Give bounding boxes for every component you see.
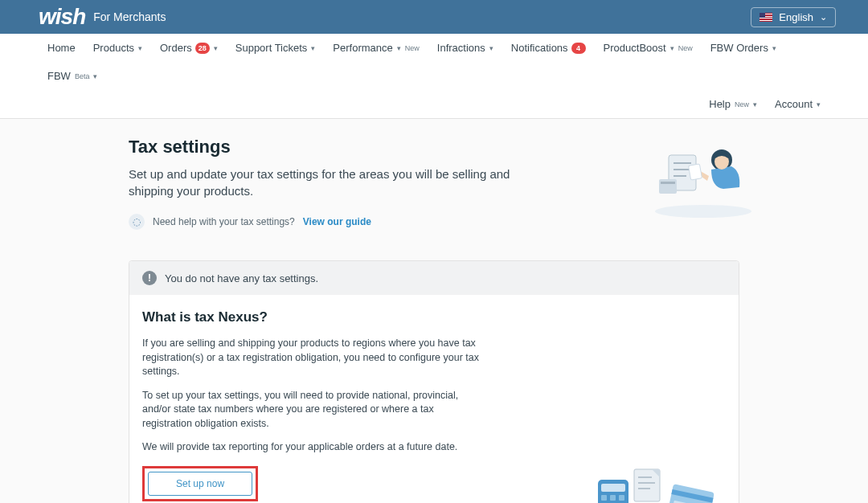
caret-icon: ▾ — [214, 44, 218, 52]
nav-help[interactable]: HelpNew▾ — [700, 90, 766, 118]
nexus-p1: If you are selling and shipping your pro… — [142, 337, 480, 379]
nav-fbw-orders[interactable]: FBW Orders▾ — [702, 34, 785, 62]
nav-support-tickets[interactable]: Support Tickets▾ — [227, 34, 325, 62]
new-badge: New — [405, 44, 420, 52]
orders-badge: 28 — [195, 43, 210, 54]
bulb-icon: ◌ — [129, 214, 145, 230]
svg-rect-16 — [601, 495, 607, 501]
nav-performance[interactable]: Performance▾New — [324, 34, 428, 62]
svg-rect-10 — [634, 469, 660, 501]
view-guide-link[interactable]: View our guide — [303, 216, 371, 227]
svg-rect-18 — [619, 495, 624, 501]
main-nav: Home Products▾ Orders28▾ Support Tickets… — [0, 34, 868, 119]
caret-icon: ▾ — [93, 72, 97, 80]
nexus-p2: To set up your tax settings, you will ne… — [142, 389, 480, 431]
svg-rect-17 — [610, 495, 616, 501]
header-bar: wish For Merchants English ⌄ — [0, 0, 868, 34]
nav-account[interactable]: Account▾ — [766, 90, 829, 118]
new-badge: New — [678, 44, 693, 52]
svg-point-0 — [655, 205, 751, 218]
svg-rect-9 — [689, 164, 702, 180]
language-selector[interactable]: English ⌄ — [751, 7, 836, 27]
page-title: Tax settings — [129, 137, 739, 157]
caret-icon: ▾ — [753, 100, 757, 108]
caret-icon: ▾ — [817, 100, 821, 108]
help-row: ◌ Need help with your tax settings? View… — [129, 214, 739, 230]
caret-icon: ▾ — [670, 44, 674, 52]
brand-logo[interactable]: wish — [39, 4, 85, 30]
nav-infractions[interactable]: Infractions▾ — [428, 34, 502, 62]
nexus-title: What is tax Nexus? — [142, 309, 726, 325]
notifications-badge: 4 — [571, 43, 586, 54]
tax-settings-card: ! You do not have any tax settings. What… — [129, 260, 739, 503]
caret-icon: ▾ — [489, 44, 493, 52]
caret-icon: ▾ — [311, 44, 315, 52]
no-settings-banner: ! You do not have any tax settings. — [129, 261, 739, 295]
nav-productboost[interactable]: ProductBoost▾New — [595, 34, 702, 62]
nav-products[interactable]: Products▾ — [84, 34, 151, 62]
setup-now-button[interactable]: Set up now — [148, 472, 252, 496]
caret-icon: ▾ — [138, 44, 142, 52]
tax-illustration — [594, 465, 723, 504]
svg-rect-6 — [661, 182, 675, 184]
new-badge: New — [735, 100, 749, 108]
svg-rect-15 — [601, 484, 625, 492]
hero-illustration — [651, 131, 755, 219]
help-text: Need help with your tax settings? — [153, 216, 295, 227]
highlight-box: Set up now — [142, 466, 258, 501]
nav-notifications[interactable]: Notifications4 — [502, 34, 595, 62]
svg-rect-5 — [659, 179, 677, 194]
page-subtitle: Set up and update your tax settings for … — [129, 166, 555, 199]
caret-icon: ▾ — [397, 44, 401, 52]
beta-badge: Beta — [75, 72, 90, 80]
banner-text: You do not have any tax settings. — [165, 272, 318, 284]
info-icon: ! — [142, 271, 157, 285]
nav-orders[interactable]: Orders28▾ — [151, 34, 227, 62]
language-label: English — [779, 11, 813, 23]
brand-subtitle: For Merchants — [93, 10, 166, 23]
nav-fbw[interactable]: FBWBeta▾ — [39, 62, 106, 90]
us-flag-icon — [760, 13, 772, 22]
chevron-down-icon: ⌄ — [820, 12, 827, 22]
caret-icon: ▾ — [772, 44, 776, 52]
nexus-p3: We will provide tax reporting for your a… — [142, 440, 480, 455]
nav-home[interactable]: Home — [39, 34, 84, 62]
